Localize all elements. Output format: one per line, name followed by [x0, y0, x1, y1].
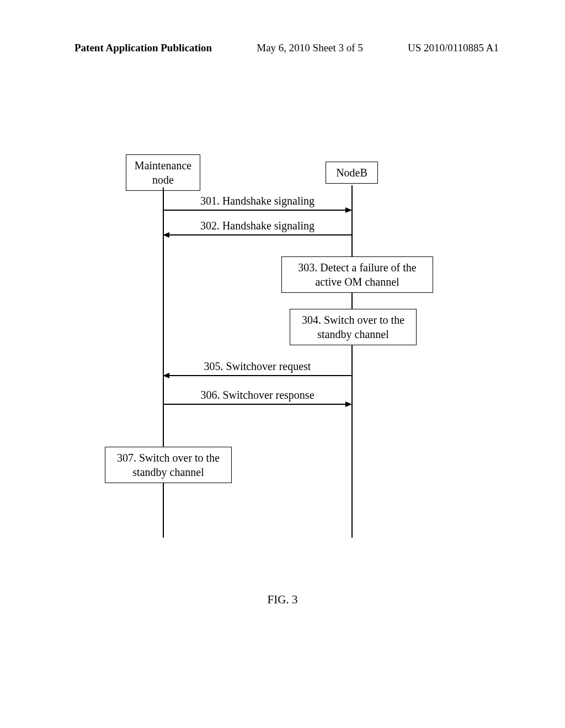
msg-302-arrowhead: [163, 232, 169, 238]
sequence-diagram: Maintenancenode NodeB 301. Handshake sig…: [105, 154, 452, 552]
step-303-detect-failure: 303. Detect a failure of theactive OM ch…: [281, 256, 433, 293]
msg-306-arrowhead: [345, 402, 352, 407]
msg-301-arrow: [163, 210, 345, 211]
actor-nodeb: NodeB: [326, 162, 378, 184]
msg-305-arrowhead: [163, 373, 169, 378]
msg-301-arrowhead: [345, 207, 352, 213]
header-publication: Patent Application Publication: [74, 42, 212, 54]
msg-306-arrow: [163, 404, 345, 405]
actor-maintenance-node: Maintenancenode: [126, 154, 200, 191]
msg-306-label: 306. Switchover response: [163, 389, 352, 402]
msg-301-label: 301. Handshake signaling: [163, 195, 352, 207]
msg-302-arrow: [169, 234, 352, 235]
figure-caption: FIG. 3: [0, 593, 565, 607]
header-patent-number: US 2010/0110885 A1: [408, 42, 499, 54]
msg-305-label: 305. Switchover request: [163, 360, 352, 373]
msg-302-label: 302. Handshake signaling: [163, 220, 352, 232]
step-307-switch-standby: 307. Switch over to thestandby channel: [105, 447, 232, 483]
header-date-sheet: May 6, 2010 Sheet 3 of 5: [257, 42, 363, 54]
step-304-switch-standby: 304. Switch over to thestandby channel: [290, 309, 417, 345]
msg-305-arrow: [169, 375, 352, 376]
